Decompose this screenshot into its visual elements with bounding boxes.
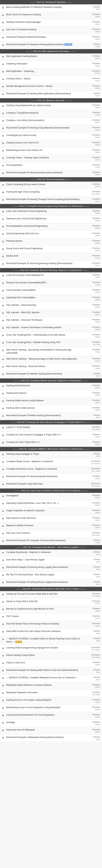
table-row[interactable]: ▶Real-World Example Of Website Hacking [… [0, 371, 102, 378]
table-row[interactable]: ▶My Tips For Earning Money - Earn Money … [0, 572, 102, 579]
table-row[interactable]: ▶Advanced Uses Of Metasploit4 lectures40… [0, 727, 102, 735]
table-row[interactable]: ▶SQL Injection - Evasion Techniques & Au… [0, 324, 102, 332]
table-row[interactable]: ▶Bitcoins & Cryptocurrencies (get Bitcoi… [0, 606, 102, 614]
table-row[interactable]: ▶----(BONUS COURSE)- Complete Python & E… [0, 636, 102, 645]
table-row[interactable]: ▶Kali Linux and Forensics4 lectures1hr 3… [0, 530, 102, 538]
table-row[interactable]: ▶Python & Kali Linux4 lectures33min [0, 660, 102, 667]
table-row[interactable]: ▶Data Spaces & Data Recovery2 lectures16… [0, 515, 102, 523]
table-row[interactable]: ▶PGP Tutorial2 lectures21min [0, 614, 102, 621]
table-row[interactable]: ▶Web Server Hacking - Taking advantages … [0, 356, 102, 364]
table-row[interactable]: ▶Invoking Clients - Attacks4 lectures41m… [0, 76, 102, 83]
table-row[interactable]: ▶Web Application - Tampering3 lectures27… [0, 68, 102, 76]
course-title: Creating a Trojan[Demonstration] [6, 112, 38, 115]
table-row[interactable]: ▶Stealing Password Using Keylogger2 lect… [0, 19, 102, 27]
table-row[interactable]: ▶Gaining Access Using Social Engineering… [0, 216, 102, 223]
table-row[interactable]: ▶Real-World Example Of Hacking Systems [… [0, 170, 102, 177]
table-row[interactable]: ▶Real-World Example Of Hacking Using Mal… [0, 125, 102, 132]
course-meta: 4 lectures41min [84, 112, 100, 116]
table-row[interactable]: ▶Real-World Example Of Password Hacking … [0, 42, 102, 49]
table-row[interactable]: ▶Web Application Hacking Basics4 lecture… [0, 54, 102, 61]
table-row[interactable]: ▶Phishing Attacks3 lectures34min [0, 238, 102, 246]
course-title: Metasploit Payloads & Encoders [6, 691, 37, 694]
duration: 33min [95, 664, 100, 666]
table-row[interactable]: ▶Gathering Information3 lectures43min [0, 61, 102, 68]
table-row[interactable]: ▶Armitage2 lectures16min [0, 720, 102, 727]
table-row[interactable]: ▶SQL Injection - Data Extracting4 lectur… [0, 302, 102, 310]
table-row[interactable]: ▶Best Guessing Methods For Effective Pas… [0, 4, 102, 12]
table-row[interactable]: ▶SQL Injection - Advanced Techniques4 le… [0, 317, 102, 324]
table-row[interactable]: ▶Hacking Using Malware(All you need to k… [0, 102, 102, 110]
table-row[interactable]: ▶Even More Ways -- Earn Money Legally1 l… [0, 557, 102, 564]
table-row[interactable]: ▶SQL Injection - Blind SQL Injection4 le… [0, 310, 102, 317]
course-meta: 1 lecture15min [84, 92, 100, 97]
table-row[interactable]: ▶Remote File Inclusion Vulnerabilities(R… [0, 280, 102, 287]
table-row[interactable]: ▶Creating Our Own Advance Keylogger & Tr… [0, 432, 102, 439]
table-row[interactable]: ▶Real-World Example Of Mobile Hacking [D… [0, 413, 102, 420]
table-row[interactable]: ▶Brute Force For Password Cracking3 lect… [0, 12, 102, 19]
table-row[interactable]: ▶Cracking(All you need to know)3 lecture… [0, 132, 102, 140]
table-row[interactable]: ▶Hacking Android devices4 lectures40min [0, 383, 102, 390]
table-row[interactable]: ▶Operating Systems(Windows, Linux, Mac O… [0, 500, 102, 508]
table-row[interactable]: ▶Complete Bug Bounty - Beginner to Advan… [0, 550, 102, 557]
table-row[interactable]: ▶Cloud Computing (All you need to know)4… [0, 182, 102, 189]
table-row[interactable]: ▶Cross Site Scripting(XSS) : Website Hac… [0, 340, 102, 347]
table-row[interactable]: ▶Image Acquisition & Network Acquisition… [0, 508, 102, 515]
table-row[interactable]: ▶Hacking IOS devices2 lectures16min [0, 390, 102, 398]
table-row[interactable]: ▶Code Execution Vulnerabilities3 lecture… [0, 287, 102, 295]
table-row[interactable]: ▶Web Server Hacking - Advanced Attacks5 … [0, 364, 102, 371]
table-row[interactable]: ▶Real-World Example of Metasploit Hackin… [0, 735, 102, 742]
table-row[interactable]: ▶Maintaining Access to the Victim's PC3 … [0, 147, 102, 155]
table-row[interactable]: ▶Real-World Example Of Hacking With Pyth… [0, 667, 102, 675]
table-row[interactable]: ▶Dark Net Market Place (Purchasing Produ… [0, 621, 102, 628]
table-row[interactable]: ▶Creating a Trojan[Demonstration]4 lectu… [0, 110, 102, 118]
table-row[interactable]: ▶Doing Scams with Social Engineering5 le… [0, 246, 102, 253]
table-row[interactable]: ▶Covering Tracks - Clearing Logs & Evide… [0, 155, 102, 162]
table-row[interactable]: ▶Creating a Virus Worm [Demonstration]4 … [0, 118, 102, 125]
table-row[interactable]: ▶Complete Nmap Course - Beginner to Adva… [0, 459, 102, 466]
table-row[interactable]: ▶Deep Web & Dark Net Links (Huge Onion l… [0, 628, 102, 636]
table-row[interactable]: ▶Hacking through Cloud Computing3 lectur… [0, 189, 102, 196]
table-row[interactable]: ▶Hands on Deep Web & Dark Net3 lectures3… [0, 598, 102, 606]
table-row[interactable]: ▶Post Exploitation Using Social Engineer… [0, 223, 102, 231]
table-row[interactable]: ▶Uploading Files Vulnerabilities3 lectur… [0, 295, 102, 302]
table-row[interactable]: ▶Local File Inclusion Vulnerabilities(LF… [0, 272, 102, 280]
table-row[interactable]: ▶Real-World Example Of Social Engineerin… [0, 260, 102, 268]
table-row[interactable]: ▶Real-World Example Using Wireshark10 le… [0, 481, 102, 489]
table-row[interactable]: ▶Gaining Access to the Victim's PC3 lect… [0, 140, 102, 147]
table-row[interactable]: ▶Identity Management & Access Control - … [0, 83, 102, 91]
table-row[interactable]: ▶Social Engineering with Kali Linux3 lec… [0, 231, 102, 238]
table-row[interactable]: ▶Advanced Password Hacking Techniques4 l… [0, 34, 102, 42]
table-row[interactable]: ▶Real-World Example Of Computer Forensic… [0, 538, 102, 545]
table-row[interactable]: ▶Metasploit Exploit Modules & Auxiliary … [0, 682, 102, 690]
table-row[interactable]: ▶Investigation3 lectures35min [0, 493, 102, 500]
table-row[interactable]: ▶Creating Our Own Trojan With C++3 lectu… [0, 439, 102, 447]
table-row[interactable]: ▶Web Server Hacking - discovering vulner… [0, 347, 102, 356]
table-row[interactable]: ▶Gaining Access to the system using Meta… [0, 697, 102, 705]
table-row[interactable]: ▶Maintaining Access & Post Exploitation … [0, 705, 102, 712]
table-row[interactable]: ▶Real-World Example Of Earning Money Leg… [0, 564, 102, 572]
table-row[interactable]: ▶Post Exploitation2 lectures17min [0, 162, 102, 170]
table-row[interactable]: ▶Learn and Understand Social Engineering… [0, 208, 102, 216]
table-row[interactable]: ▶----(BONUS COURSE)- Complete Metasploit… [0, 675, 102, 682]
table-row[interactable]: ▶Real-World Example Of Using Nmap [Demon… [0, 473, 102, 481]
duration: 40min [95, 57, 100, 59]
table-row[interactable]: ▶Learn C++ From Scratch8 lectures1hr 26m… [0, 425, 102, 432]
table-row[interactable]: ▶Malware & Mobile Forensics2 lectures16m… [0, 523, 102, 530]
table-row[interactable]: ▶Using Advanced Meterpreter For Post Exp… [0, 712, 102, 720]
table-row[interactable]: ▶Cross Site Scripting(XSS) : Understandi… [0, 332, 102, 340]
section-divider: ----------Part 24 -Complete Bug Bounty -… [0, 545, 102, 550]
table-row[interactable]: ▶Hacking Mobile devices using Malware3 l… [0, 398, 102, 405]
table-row[interactable]: ▶Real-World Example Of Hacking Through C… [0, 196, 102, 204]
table-row[interactable]: ▶Complete Wireshark Course - Beginner to… [0, 466, 102, 473]
table-row[interactable]: ▶Learning Python programming language fr… [0, 645, 102, 652]
table-row[interactable]: ▶Metasploit Payloads & Encoders3 lecture… [0, 690, 102, 697]
table-row[interactable]: ▶Real-World Example Of Hacking Web Appli… [0, 91, 102, 98]
table-row[interactable]: ▶Setting Up The Lab To Access Deep Web &… [0, 591, 102, 598]
course-item-left: ▶Even More Ways -- Earn Money Legally [2, 558, 83, 562]
table-row[interactable]: ▶Ethical Hacking Using Python13 lectures… [0, 652, 102, 660]
table-row[interactable]: ▶Real-World Example Of Earning Money Leg… [0, 579, 102, 587]
table-row[interactable]: ▶Hacking other mobile devices2 lectures2… [0, 405, 102, 413]
table-row[interactable]: ▶Identity theft3 lectures27min [0, 253, 102, 260]
table-row[interactable]: ▶Kali Linux & Password Hacking2 lectures… [0, 27, 102, 34]
table-row[interactable]: ▶Hacking using Keylogger & Trojan1 lectu… [0, 451, 102, 459]
